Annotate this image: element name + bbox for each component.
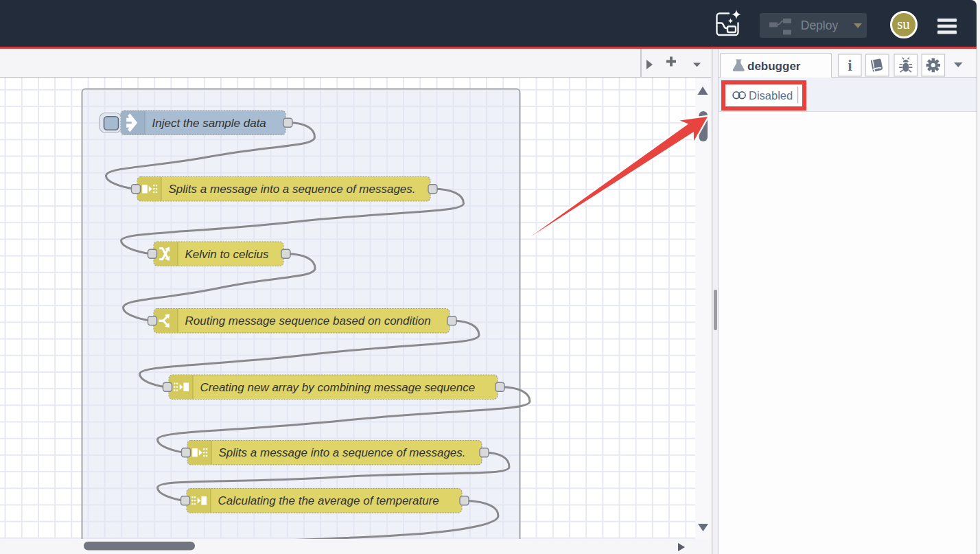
- svg-text:Splits a message into a sequen: Splits a message into a sequence of mess…: [169, 183, 416, 196]
- svg-text:i: i: [848, 57, 852, 74]
- svg-text:Inject the sample data: Inject the sample data: [152, 117, 266, 130]
- svg-text:Calculating the the average of: Calculating the the average of temperatu…: [218, 494, 439, 507]
- svg-text:Splits a message into a sequen: Splits a message into a sequence of mess…: [219, 446, 466, 459]
- svg-text:Routing message sequence based: Routing message sequence based on condit…: [185, 314, 431, 327]
- svg-text:Kelvin to celcius: Kelvin to celcius: [185, 248, 269, 261]
- svg-text:Deploy: Deploy: [801, 19, 839, 32]
- svg-text:Creating new array by combinin: Creating new array by combining message …: [200, 381, 476, 394]
